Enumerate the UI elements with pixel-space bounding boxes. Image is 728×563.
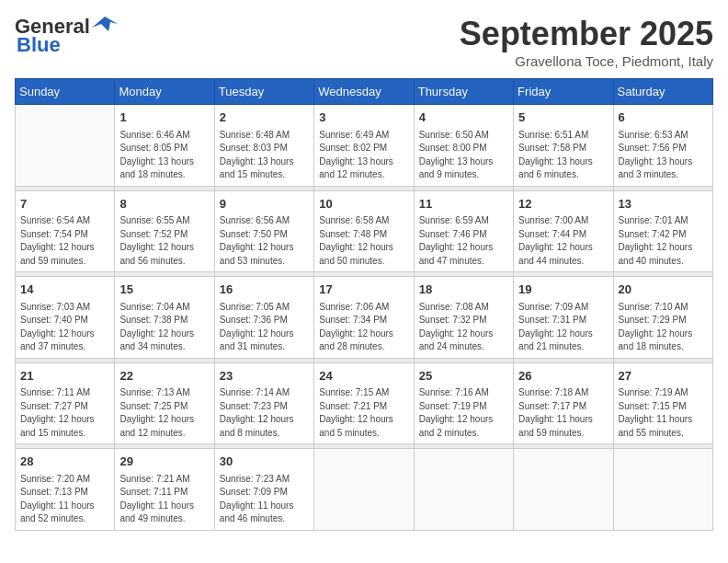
day-number: 1 [119,109,209,127]
weekday-header: Tuesday [214,79,313,105]
day-info: Sunrise: 6:48 AM Sunset: 8:03 PM Dayligh… [220,129,309,182]
day-info: Sunrise: 7:14 AM Sunset: 7:23 PM Dayligh… [220,386,309,440]
day-number: 12 [518,195,608,213]
logo: General Blue [15,15,118,57]
calendar-cell [414,449,513,531]
calendar-cell: 30Sunrise: 7:23 AM Sunset: 7:09 PM Dayli… [214,449,313,531]
day-info: Sunrise: 7:11 AM Sunset: 7:27 PM Dayligh… [20,386,109,440]
calendar-cell: 8Sunrise: 6:55 AM Sunset: 7:52 PM Daylig… [115,190,214,272]
day-number: 28 [20,453,109,471]
calendar-cell: 10Sunrise: 6:58 AM Sunset: 7:48 PM Dayli… [314,190,414,272]
day-number: 4 [419,109,508,127]
day-info: Sunrise: 6:54 AM Sunset: 7:54 PM Dayligh… [20,214,109,268]
day-number: 8 [119,195,209,213]
day-info: Sunrise: 7:20 AM Sunset: 7:13 PM Dayligh… [20,473,109,526]
day-info: Sunrise: 7:09 AM Sunset: 7:31 PM Dayligh… [518,301,608,354]
day-number: 19 [518,281,608,299]
day-number: 6 [619,109,708,127]
day-info: Sunrise: 7:16 AM Sunset: 7:19 PM Dayligh… [419,386,508,440]
calendar-week-row: 7Sunrise: 6:54 AM Sunset: 7:54 PM Daylig… [16,190,713,272]
calendar-cell: 3Sunrise: 6:49 AM Sunset: 8:02 PM Daylig… [314,105,414,187]
calendar-cell: 20Sunrise: 7:10 AM Sunset: 7:29 PM Dayli… [613,277,712,359]
calendar-cell: 11Sunrise: 6:59 AM Sunset: 7:46 PM Dayli… [414,190,513,272]
day-info: Sunrise: 6:53 AM Sunset: 7:56 PM Dayligh… [619,129,708,182]
day-number: 18 [419,281,508,299]
day-info: Sunrise: 7:06 AM Sunset: 7:34 PM Dayligh… [319,301,408,354]
logo-bird-icon [92,15,118,35]
day-number: 14 [20,281,109,299]
day-number: 3 [319,109,408,127]
weekday-header: Monday [115,79,214,105]
day-number: 5 [518,109,608,127]
calendar-cell: 6Sunrise: 6:53 AM Sunset: 7:56 PM Daylig… [613,105,712,187]
calendar-cell: 22Sunrise: 7:13 AM Sunset: 7:25 PM Dayli… [115,362,214,444]
title-block: September 2025 Gravellona Toce, Piedmont… [460,15,713,69]
day-info: Sunrise: 6:50 AM Sunset: 8:00 PM Dayligh… [419,129,508,182]
day-number: 29 [119,453,209,471]
weekday-header: Saturday [613,79,712,105]
calendar-cell: 15Sunrise: 7:04 AM Sunset: 7:38 PM Dayli… [115,277,214,359]
day-info: Sunrise: 7:10 AM Sunset: 7:29 PM Dayligh… [619,301,708,354]
calendar-cell: 14Sunrise: 7:03 AM Sunset: 7:40 PM Dayli… [16,277,115,359]
day-info: Sunrise: 7:08 AM Sunset: 7:32 PM Dayligh… [419,301,508,354]
day-number: 11 [419,195,508,213]
page-header: General Blue September 2025 Gravellona T… [15,15,713,69]
calendar-cell [16,105,115,187]
day-number: 27 [619,367,708,385]
calendar-cell: 12Sunrise: 7:00 AM Sunset: 7:44 PM Dayli… [514,190,613,272]
calendar-cell: 18Sunrise: 7:08 AM Sunset: 7:32 PM Dayli… [414,277,513,359]
day-info: Sunrise: 7:19 AM Sunset: 7:15 PM Dayligh… [619,386,708,440]
day-number: 21 [20,367,109,385]
day-number: 2 [220,109,309,127]
calendar-cell: 17Sunrise: 7:06 AM Sunset: 7:34 PM Dayli… [314,277,414,359]
day-info: Sunrise: 6:58 AM Sunset: 7:48 PM Dayligh… [319,214,408,268]
day-number: 25 [419,367,508,385]
day-info: Sunrise: 6:46 AM Sunset: 8:05 PM Dayligh… [119,129,209,182]
calendar-cell: 28Sunrise: 7:20 AM Sunset: 7:13 PM Dayli… [16,449,115,531]
calendar-cell: 16Sunrise: 7:05 AM Sunset: 7:36 PM Dayli… [214,277,313,359]
calendar-cell: 21Sunrise: 7:11 AM Sunset: 7:27 PM Dayli… [16,362,115,444]
calendar-cell: 19Sunrise: 7:09 AM Sunset: 7:31 PM Dayli… [514,277,613,359]
day-number: 30 [220,453,309,471]
day-info: Sunrise: 7:04 AM Sunset: 7:38 PM Dayligh… [119,301,209,354]
calendar-cell: 7Sunrise: 6:54 AM Sunset: 7:54 PM Daylig… [16,190,115,272]
day-info: Sunrise: 6:56 AM Sunset: 7:50 PM Dayligh… [220,214,309,268]
calendar-cell: 2Sunrise: 6:48 AM Sunset: 8:03 PM Daylig… [214,105,313,187]
svg-marker-0 [92,17,118,31]
day-number: 7 [20,195,109,213]
calendar-cell: 23Sunrise: 7:14 AM Sunset: 7:23 PM Dayli… [214,362,313,444]
day-info: Sunrise: 7:00 AM Sunset: 7:44 PM Dayligh… [518,214,608,268]
calendar-cell: 25Sunrise: 7:16 AM Sunset: 7:19 PM Dayli… [414,362,513,444]
day-info: Sunrise: 7:18 AM Sunset: 7:17 PM Dayligh… [518,386,608,440]
weekday-header: Wednesday [314,79,414,105]
weekday-header: Friday [514,79,613,105]
day-info: Sunrise: 6:59 AM Sunset: 7:46 PM Dayligh… [419,214,508,268]
day-info: Sunrise: 7:13 AM Sunset: 7:25 PM Dayligh… [119,386,209,440]
day-info: Sunrise: 7:03 AM Sunset: 7:40 PM Dayligh… [20,301,109,354]
logo-blue: Blue [15,33,61,57]
day-number: 15 [119,281,209,299]
month-title: September 2025 [460,15,713,53]
calendar-cell [613,449,712,531]
calendar-cell: 29Sunrise: 7:21 AM Sunset: 7:11 PM Dayli… [115,449,214,531]
day-number: 13 [619,195,708,213]
day-info: Sunrise: 7:15 AM Sunset: 7:21 PM Dayligh… [319,386,408,440]
day-number: 23 [220,367,309,385]
calendar-week-row: 14Sunrise: 7:03 AM Sunset: 7:40 PM Dayli… [16,277,713,359]
calendar-cell: 1Sunrise: 6:46 AM Sunset: 8:05 PM Daylig… [115,105,214,187]
calendar-cell [314,449,414,531]
day-info: Sunrise: 7:23 AM Sunset: 7:09 PM Dayligh… [220,473,309,526]
day-info: Sunrise: 6:55 AM Sunset: 7:52 PM Dayligh… [119,214,209,268]
calendar-cell: 24Sunrise: 7:15 AM Sunset: 7:21 PM Dayli… [314,362,414,444]
day-info: Sunrise: 7:05 AM Sunset: 7:36 PM Dayligh… [220,301,309,354]
weekday-header: Thursday [414,79,513,105]
calendar-week-row: 21Sunrise: 7:11 AM Sunset: 7:27 PM Dayli… [16,362,713,444]
day-info: Sunrise: 6:51 AM Sunset: 7:58 PM Dayligh… [518,129,608,182]
day-info: Sunrise: 7:01 AM Sunset: 7:42 PM Dayligh… [619,214,708,268]
day-info: Sunrise: 7:21 AM Sunset: 7:11 PM Dayligh… [119,473,209,526]
day-number: 22 [119,367,209,385]
calendar-table: SundayMondayTuesdayWednesdayThursdayFrid… [15,78,713,531]
calendar-week-row: 1Sunrise: 6:46 AM Sunset: 8:05 PM Daylig… [16,105,713,187]
calendar-header-row: SundayMondayTuesdayWednesdayThursdayFrid… [16,79,713,105]
calendar-cell: 9Sunrise: 6:56 AM Sunset: 7:50 PM Daylig… [214,190,313,272]
